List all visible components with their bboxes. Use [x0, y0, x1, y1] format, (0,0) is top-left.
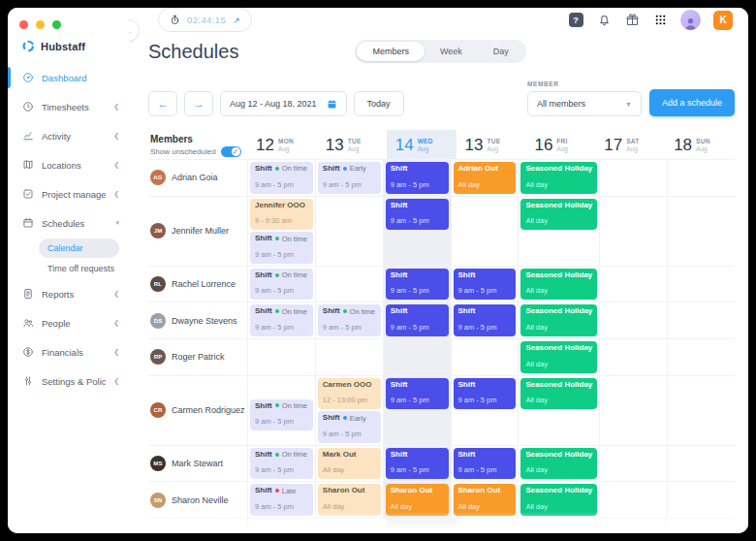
- schedule-cell[interactable]: Jennifer OOO 9 - 9:30 amShiftOn time 9 a…: [247, 197, 315, 266]
- schedule-chip[interactable]: Adrian Out All day: [454, 162, 517, 194]
- schedule-chip[interactable]: Shift 9 am - 5 pm: [386, 448, 449, 480]
- schedule-cell[interactable]: Carmen OOO 12 - 13:00 pmShiftEarly 9 am …: [315, 376, 383, 445]
- schedule-chip[interactable]: Shift 9 am - 5 pm: [386, 304, 449, 336]
- schedule-chip[interactable]: ShiftOn time 9 am - 5 pm: [250, 269, 313, 301]
- help-icon[interactable]: ?: [568, 13, 583, 28]
- schedule-chip[interactable]: Carmen OOO 12 - 13:00 pm: [318, 378, 381, 410]
- schedule-chip[interactable]: ShiftOn time 9 am - 5 pm: [250, 448, 313, 480]
- next-week-button[interactable]: →: [184, 91, 213, 116]
- schedule-cell[interactable]: Shift 9 am - 5 pm: [383, 446, 451, 482]
- sidebar-subitem-time-off-requests[interactable]: Time off requests: [39, 259, 119, 278]
- schedule-cell[interactable]: Adrian Out All day: [451, 160, 519, 196]
- schedule-cell[interactable]: Sharon Out All day: [383, 482, 451, 518]
- schedule-cell[interactable]: ShiftEarly 9 am - 5 pm: [315, 160, 383, 196]
- schedule-chip[interactable]: Shift 9 am - 5 pm: [454, 378, 517, 410]
- schedule-chip[interactable]: ShiftOn time 9 am - 5 pm: [250, 232, 313, 264]
- sidebar-item-schedules[interactable]: Schedules ▾: [8, 208, 129, 238]
- schedule-cell[interactable]: ShiftOn time 9 am - 5 pm: [247, 160, 315, 196]
- schedule-chip[interactable]: Seasoned Holiday All day: [520, 199, 597, 231]
- schedule-cell[interactable]: [667, 197, 735, 266]
- sidebar-item-locations[interactable]: Locations ❮: [8, 150, 129, 179]
- tab-week[interactable]: Week: [425, 42, 478, 61]
- tab-day[interactable]: Day: [478, 42, 524, 61]
- schedule-cell[interactable]: [667, 482, 735, 518]
- schedule-chip[interactable]: Seasoned Holiday All day: [520, 378, 597, 410]
- schedule-cell[interactable]: Seasoned Holiday All day: [518, 482, 599, 518]
- schedule-chip[interactable]: Sharon Out All day: [318, 484, 381, 516]
- schedule-cell[interactable]: Shift 9 am - 5 pm: [383, 302, 451, 338]
- prev-week-button[interactable]: ←: [148, 91, 177, 116]
- schedule-chip[interactable]: Shift 9 am - 5 pm: [386, 199, 449, 231]
- schedule-cell[interactable]: [667, 267, 735, 302]
- schedule-cell[interactable]: [599, 197, 667, 266]
- schedule-cell[interactable]: [667, 160, 735, 196]
- schedule-cell[interactable]: [599, 376, 667, 445]
- sidebar-item-project-management[interactable]: Project management ❮: [8, 179, 129, 208]
- schedule-cell[interactable]: ShiftOn time 9 am - 5 pm: [247, 267, 315, 302]
- schedule-chip[interactable]: Shift 9 am - 5 pm: [454, 304, 517, 336]
- schedule-cell[interactable]: ShiftOn time 9 am - 5 pm: [315, 302, 383, 338]
- open-timer-icon[interactable]: ↗: [233, 16, 240, 25]
- schedule-cell[interactable]: [599, 267, 667, 302]
- schedule-chip[interactable]: Shift 9 am - 5 pm: [454, 448, 517, 480]
- gift-icon[interactable]: [624, 13, 640, 28]
- schedule-cell[interactable]: [315, 267, 383, 302]
- apps-grid-icon[interactable]: [652, 13, 668, 28]
- schedule-cell[interactable]: Seasoned Holiday All day: [518, 339, 599, 375]
- schedule-cell[interactable]: [451, 197, 519, 266]
- sidebar-item-financials[interactable]: Financials ❮: [8, 337, 129, 366]
- close-window-button[interactable]: [19, 20, 28, 29]
- brand[interactable]: Hubstaff: [8, 35, 129, 63]
- schedule-cell[interactable]: [599, 482, 667, 518]
- schedule-chip[interactable]: Jennifer OOO 9 - 9:30 am: [250, 199, 313, 231]
- sidebar-item-timesheets[interactable]: Timesheets ❮: [8, 92, 129, 121]
- schedule-cell[interactable]: [599, 446, 667, 482]
- sidebar-item-activity[interactable]: Activity ❮: [8, 121, 129, 150]
- schedule-cell[interactable]: Shift 9 am - 5 pm: [383, 376, 451, 445]
- add-schedule-button[interactable]: Add a schedule: [649, 89, 735, 116]
- minimize-window-button[interactable]: [36, 20, 45, 29]
- schedule-chip[interactable]: Shift 9 am - 5 pm: [386, 162, 449, 194]
- schedule-chip[interactable]: ShiftEarly 9 am - 5 pm: [318, 162, 381, 194]
- zoom-window-button[interactable]: [52, 20, 61, 29]
- schedule-chip[interactable]: Seasoned Holiday All day: [520, 341, 597, 373]
- schedule-chip[interactable]: ShiftOn time 9 am - 5 pm: [250, 304, 313, 336]
- schedule-chip[interactable]: Shift 9 am - 5 pm: [386, 378, 449, 410]
- schedule-cell[interactable]: Shift 9 am - 5 pm: [383, 267, 451, 302]
- schedule-chip[interactable]: Seasoned Holiday All day: [520, 304, 597, 336]
- schedule-cell[interactable]: [667, 446, 735, 482]
- schedule-cell[interactable]: Seasoned Holiday All day: [518, 446, 599, 482]
- sidebar-item-reports[interactable]: Reports ❮: [8, 279, 129, 308]
- schedule-cell[interactable]: Shift 9 am - 5 pm: [383, 197, 451, 266]
- schedule-cell[interactable]: Shift 9 am - 5 pm: [451, 376, 519, 445]
- schedule-cell[interactable]: [315, 197, 383, 266]
- schedule-cell[interactable]: [599, 339, 667, 375]
- schedule-cell[interactable]: Sharon Out All day: [451, 482, 519, 518]
- schedule-cell[interactable]: [247, 339, 315, 375]
- schedule-chip[interactable]: Sharon Out All day: [386, 484, 449, 516]
- schedule-chip[interactable]: Shift 9 am - 5 pm: [454, 269, 517, 301]
- sidebar-subitem-calendar[interactable]: Calendar: [39, 239, 119, 258]
- schedule-cell[interactable]: Shift 9 am - 5 pm: [451, 267, 519, 302]
- user-avatar[interactable]: [680, 10, 701, 30]
- schedule-cell[interactable]: [451, 339, 519, 375]
- schedule-cell[interactable]: [599, 302, 667, 338]
- bell-icon[interactable]: [596, 13, 612, 28]
- tab-members[interactable]: Members: [357, 42, 425, 61]
- show-unscheduled-toggle[interactable]: ✓: [221, 146, 241, 157]
- schedule-cell[interactable]: ShiftLate 9 am - 5 pm: [247, 482, 315, 518]
- schedule-chip[interactable]: Shift 9 am - 5 pm: [386, 269, 449, 301]
- schedule-chip[interactable]: Seasoned Holiday All day: [520, 162, 597, 194]
- schedule-chip[interactable]: Sharon Out All day: [454, 484, 517, 516]
- schedule-cell[interactable]: ShiftOn time 9 am - 5 pm: [247, 302, 315, 338]
- schedule-cell[interactable]: Seasoned Holiday All day: [518, 302, 599, 338]
- schedule-cell[interactable]: Seasoned Holiday All day: [518, 197, 599, 266]
- schedule-chip[interactable]: ShiftOn time 9 am - 5 pm: [250, 162, 313, 194]
- schedule-cell[interactable]: Shift 9 am - 5 pm: [451, 446, 519, 482]
- sidebar-item-dashboard[interactable]: Dashboard: [8, 63, 129, 92]
- schedule-chip[interactable]: Seasoned Holiday All day: [520, 484, 597, 516]
- schedule-chip[interactable]: Seasoned Holiday All day: [520, 448, 597, 480]
- today-button[interactable]: Today: [354, 91, 404, 116]
- schedule-chip[interactable]: ShiftLate 9 am - 5 pm: [250, 484, 313, 516]
- schedule-cell[interactable]: [599, 160, 667, 196]
